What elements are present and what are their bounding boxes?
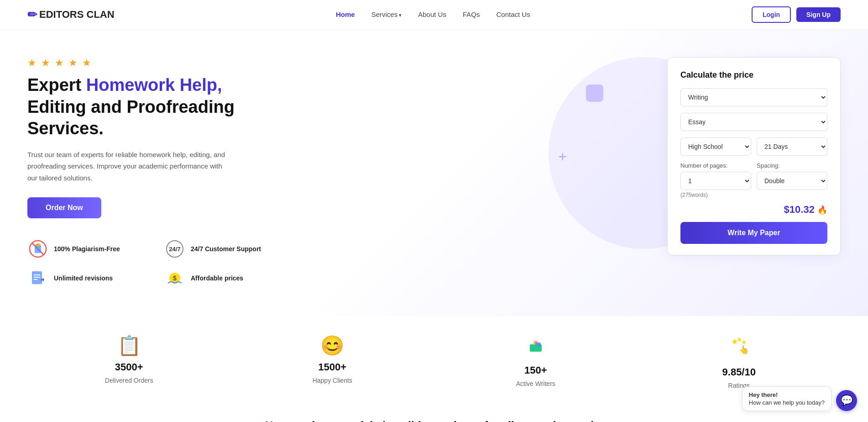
hero-title: Expert Homework Help, Editing and Proofr… <box>27 74 283 140</box>
svg-text:★: ★ <box>741 338 747 346</box>
clients-icon: 😊 <box>320 334 344 357</box>
hero-title-part2: Editing and Proofreading <box>27 97 235 116</box>
writers-icon <box>525 334 546 360</box>
chat-icon: 💬 <box>841 395 853 406</box>
price-calculator: Calculate the price Writing Editing Proo… <box>667 57 841 255</box>
calculator-title: Calculate the price <box>680 70 827 80</box>
prices-label: Affordable prices <box>191 274 243 282</box>
clients-label: Happy Clients <box>313 377 352 384</box>
how-section: How our homework help, editing and proof… <box>0 406 868 422</box>
spacing-label: Spacing: <box>757 162 827 169</box>
prices-icon: $ <box>164 268 185 289</box>
logo-icon: ✏ <box>27 8 37 22</box>
writers-label: Active Writers <box>516 380 555 387</box>
nav-actions: Login Sign Up <box>752 6 841 23</box>
revisions-icon <box>27 268 48 289</box>
login-button[interactable]: Login <box>752 6 791 23</box>
signup-button[interactable]: Sign Up <box>796 7 841 22</box>
hero-title-highlight: Homework Help, <box>86 75 222 95</box>
bg-square <box>586 84 603 102</box>
order-now-button[interactable]: Order Now <box>27 197 101 218</box>
how-title: How our homework help, editing and proof… <box>27 419 841 422</box>
hero-title-part1: Expert <box>27 75 86 95</box>
pages-label: Number of pages: <box>680 162 751 169</box>
chat-bubble: Hey there! How can we help you today? <box>742 386 831 411</box>
stat-clients: 😊 1500+ Happy Clients <box>231 334 434 389</box>
support-label: 24/7 Customer Support <box>191 245 261 253</box>
svg-text:$: $ <box>173 274 177 282</box>
svg-rect-3 <box>36 243 40 246</box>
svg-text:👆: 👆 <box>739 345 749 355</box>
nav-contact[interactable]: Contact Us <box>496 11 530 18</box>
orders-label: Delivered Orders <box>105 377 153 384</box>
chat-button[interactable]: 💬 <box>836 390 857 411</box>
nav-about[interactable]: About Us <box>418 11 446 18</box>
logo-text: EDITORS CLAN <box>39 9 115 21</box>
nav-home[interactable]: Home <box>336 11 355 18</box>
price-value: $10.32 <box>784 204 815 215</box>
orders-number: 3500+ <box>115 361 143 373</box>
clients-number: 1500+ <box>318 361 346 373</box>
chat-message: How can we help you today? <box>749 399 825 406</box>
spacing-select[interactable]: DoubleSingle <box>757 172 827 190</box>
star-rating: ★ ★ ★ ★ ★ <box>27 57 283 69</box>
pages-spacing-labels: Number of pages: Spacing: <box>680 162 827 169</box>
pages-select[interactable]: 1234510 <box>680 172 751 190</box>
pages-spacing-row: 1234510 DoubleSingle <box>680 172 827 190</box>
writers-number: 150+ <box>524 364 547 376</box>
stats-section: 📋 3500+ Delivered Orders 😊 1500+ Happy C… <box>0 316 868 406</box>
plagiarism-icon <box>27 238 48 259</box>
features-grid: 100% Plagiarism-Free 24/7 24/7 Customer … <box>27 238 283 289</box>
level-deadline-row: High School Undergraduate Master's PhD 2… <box>680 137 827 156</box>
logo[interactable]: ✏ EDITORS CLAN <box>27 8 115 22</box>
svg-rect-14 <box>535 343 541 346</box>
support-icon: 24/7 <box>164 238 185 259</box>
words-note: (275words) <box>680 192 827 198</box>
orders-icon: 📋 <box>117 334 141 357</box>
hero-section: + ★ ★ ★ ★ ★ Expert Homework Help, Editin… <box>0 30 868 316</box>
feature-revisions: Unlimited revisions <box>27 268 146 289</box>
nav-links: Home Services About Us FAQs Contact Us <box>336 11 530 19</box>
stat-orders: 📋 3500+ Delivered Orders <box>27 334 231 389</box>
hero-title-part3: Services. <box>27 119 104 138</box>
ratings-icon: ★ ★ ★ 👆 <box>727 334 750 362</box>
ratings-number: 9.85/10 <box>722 366 756 378</box>
plagiarism-label: 100% Plagiarism-Free <box>54 245 120 253</box>
level-select[interactable]: High School Undergraduate Master's PhD <box>680 137 751 156</box>
nav-faqs[interactable]: FAQs <box>463 11 480 18</box>
feature-plagiarism: 100% Plagiarism-Free <box>27 238 146 259</box>
type-select[interactable]: Writing Editing Proofreading <box>680 88 827 106</box>
hero-left: ★ ★ ★ ★ ★ Expert Homework Help, Editing … <box>27 57 283 289</box>
bg-plus-icon: + <box>558 148 567 165</box>
svg-text:24/7: 24/7 <box>169 246 180 253</box>
feature-prices: $ Affordable prices <box>164 268 283 289</box>
price-total: $10.32 🔥 <box>680 204 827 216</box>
feature-support: 24/7 24/7 Customer Support <box>164 238 283 259</box>
write-paper-button[interactable]: Write My Paper <box>680 222 827 244</box>
navbar: ✏ EDITORS CLAN Home Services About Us FA… <box>0 0 868 30</box>
stat-writers: 150+ Active Writers <box>434 334 638 389</box>
revisions-label: Unlimited revisions <box>54 274 113 282</box>
nav-services[interactable]: Services <box>371 11 402 18</box>
hero-subtitle: Trust our team of experts for reliable h… <box>27 149 228 184</box>
stat-ratings: ★ ★ ★ 👆 9.85/10 Ratings <box>638 334 841 389</box>
document-select[interactable]: Essay Research Paper Term Paper Disserta… <box>680 113 827 131</box>
chat-widget: Hey there! How can we help you today? 💬 <box>742 386 857 411</box>
chat-title: Hey there! <box>749 391 825 398</box>
fire-icon: 🔥 <box>817 206 827 215</box>
deadline-select[interactable]: 21 Days 14 Days 7 Days 3 Days 24 Hours 1… <box>757 137 827 156</box>
